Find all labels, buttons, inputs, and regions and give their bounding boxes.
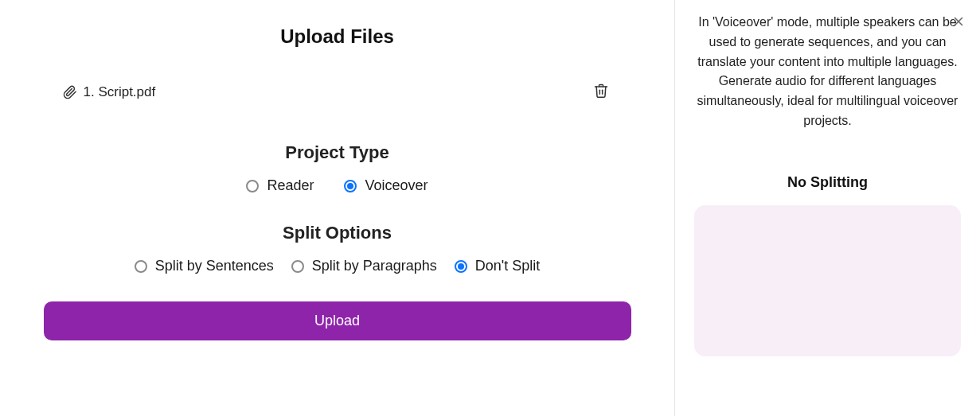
radio-icon bbox=[246, 180, 259, 192]
radio-label: Voiceover bbox=[365, 177, 428, 194]
close-sidebar-button[interactable] bbox=[948, 11, 969, 32]
file-info: 1. Script.pdf bbox=[63, 84, 156, 100]
sidebar-description: In 'Voiceover' mode, multiple speakers c… bbox=[694, 13, 961, 131]
attachment-icon bbox=[63, 85, 77, 99]
radio-split-sentences[interactable]: Split by Sentences bbox=[135, 258, 274, 274]
radio-reader[interactable]: Reader bbox=[246, 177, 314, 194]
preview-placeholder bbox=[694, 205, 961, 356]
radio-split-paragraphs[interactable]: Split by Paragraphs bbox=[291, 258, 437, 274]
split-options-group: Split by Sentences Split by Paragraphs D… bbox=[34, 258, 641, 274]
radio-label: Split by Paragraphs bbox=[312, 258, 437, 274]
file-name: 1. Script.pdf bbox=[84, 84, 156, 100]
project-type-title: Project Type bbox=[34, 142, 641, 163]
radio-icon bbox=[291, 260, 304, 273]
upload-panel: Upload Files 1. Script.pdf bbox=[0, 0, 674, 416]
upload-button[interactable]: Upload bbox=[44, 301, 631, 340]
close-icon bbox=[951, 19, 966, 31]
trash-icon bbox=[593, 89, 609, 101]
page-title: Upload Files bbox=[34, 25, 641, 48]
radio-label: Don't Split bbox=[475, 258, 540, 274]
radio-voiceover[interactable]: Voiceover bbox=[344, 177, 428, 194]
split-options-title: Split Options bbox=[34, 223, 641, 243]
delete-file-button[interactable] bbox=[590, 80, 612, 104]
info-sidebar: In 'Voiceover' mode, multiple speakers c… bbox=[674, 0, 980, 416]
radio-split-none[interactable]: Don't Split bbox=[455, 258, 540, 274]
radio-label: Reader bbox=[267, 177, 314, 194]
project-type-group: Reader Voiceover bbox=[34, 177, 641, 194]
sidebar-subtitle: No Splitting bbox=[694, 174, 961, 191]
radio-icon bbox=[344, 180, 357, 192]
radio-icon bbox=[455, 260, 467, 273]
file-row: 1. Script.pdf bbox=[34, 76, 641, 111]
radio-icon bbox=[135, 260, 147, 273]
radio-label: Split by Sentences bbox=[155, 258, 274, 274]
